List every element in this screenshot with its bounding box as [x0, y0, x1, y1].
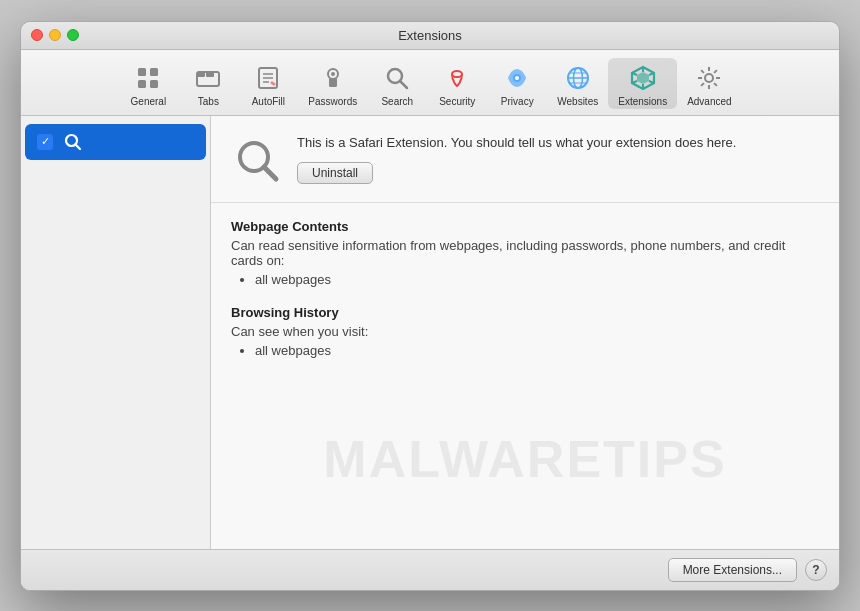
svg-rect-2 — [150, 68, 158, 76]
websites-icon — [562, 62, 594, 94]
extensions-main-panel: MALWARETIPS This is a Safari Extension. … — [211, 116, 839, 549]
toolbar-item-search[interactable]: Search — [367, 58, 427, 109]
toolbar-item-tabs[interactable]: Tabs — [178, 58, 238, 109]
browsing-history-list: all webpages — [231, 343, 819, 358]
extension-big-icon — [231, 134, 283, 186]
websites-label: Websites — [557, 96, 598, 107]
privacy-label: Privacy — [501, 96, 534, 107]
safari-preferences-window: Extensions General — [20, 21, 840, 591]
minimize-button[interactable] — [49, 29, 61, 41]
toolbar-item-security[interactable]: Security — [427, 58, 487, 109]
webpage-contents-desc: Can read sensitive information from webp… — [231, 238, 819, 268]
svg-rect-5 — [197, 72, 205, 77]
sidebar-item-search-ext[interactable]: ✓ — [25, 124, 206, 160]
svg-rect-0 — [138, 68, 146, 76]
extension-enabled-checkbox[interactable]: ✓ — [37, 134, 53, 150]
extension-info-text: This is a Safari Extension. You should t… — [297, 134, 819, 184]
tabs-icon — [192, 62, 224, 94]
permissions-section: Webpage Contents Can read sensitive info… — [211, 203, 839, 549]
content-area: ✓ MALWARETIPS — [21, 116, 839, 549]
svg-line-40 — [714, 70, 717, 73]
toolbar-item-general[interactable]: General — [118, 58, 178, 109]
svg-line-41 — [701, 83, 704, 86]
svg-line-38 — [701, 70, 704, 73]
permission-group-browsing-history: Browsing History Can see when you visit:… — [231, 305, 819, 358]
browsing-history-title: Browsing History — [231, 305, 819, 320]
autofill-label: AutoFill — [252, 96, 285, 107]
svg-point-16 — [452, 71, 462, 77]
svg-point-33 — [705, 74, 713, 82]
privacy-icon — [501, 62, 533, 94]
toolbar-items: General Tabs — [118, 58, 741, 109]
svg-point-13 — [331, 72, 335, 76]
webpage-contents-item: all webpages — [255, 272, 819, 287]
titlebar: Extensions — [21, 22, 839, 50]
maximize-button[interactable] — [67, 29, 79, 41]
toolbar-item-advanced[interactable]: Advanced — [677, 58, 741, 109]
help-button[interactable]: ? — [805, 559, 827, 581]
toolbar: General Tabs — [21, 50, 839, 116]
svg-line-43 — [76, 144, 81, 149]
svg-line-15 — [400, 81, 407, 88]
permission-group-webpage-contents: Webpage Contents Can read sensitive info… — [231, 219, 819, 287]
advanced-label: Advanced — [687, 96, 731, 107]
toolbar-item-autofill[interactable]: AutoFill — [238, 58, 298, 109]
toolbar-item-extensions[interactable]: Extensions — [608, 58, 677, 109]
more-extensions-button[interactable]: More Extensions... — [668, 558, 797, 582]
svg-line-39 — [714, 83, 717, 86]
general-icon — [132, 62, 164, 94]
general-label: General — [131, 96, 167, 107]
security-icon — [441, 62, 473, 94]
svg-rect-6 — [206, 72, 214, 77]
webpage-contents-title: Webpage Contents — [231, 219, 819, 234]
svg-line-45 — [264, 167, 276, 179]
close-button[interactable] — [31, 29, 43, 41]
svg-rect-1 — [138, 80, 146, 88]
svg-rect-12 — [329, 78, 337, 87]
svg-point-19 — [515, 76, 519, 80]
autofill-icon — [252, 62, 284, 94]
extensions-sidebar: ✓ — [21, 116, 211, 549]
footer: More Extensions... ? — [21, 549, 839, 590]
tabs-label: Tabs — [198, 96, 219, 107]
window-title: Extensions — [398, 28, 462, 43]
search-toolbar-icon — [381, 62, 413, 94]
extension-description: This is a Safari Extension. You should t… — [297, 134, 819, 152]
toolbar-item-passwords[interactable]: Passwords — [298, 58, 367, 109]
svg-marker-26 — [637, 72, 649, 84]
svg-rect-3 — [150, 80, 158, 88]
uninstall-button[interactable]: Uninstall — [297, 162, 373, 184]
passwords-label: Passwords — [308, 96, 357, 107]
search-label: Search — [381, 96, 413, 107]
webpage-contents-list: all webpages — [231, 272, 819, 287]
extensions-icon — [627, 62, 659, 94]
toolbar-item-privacy[interactable]: Privacy — [487, 58, 547, 109]
browsing-history-item: all webpages — [255, 343, 819, 358]
browsing-history-desc: Can see when you visit: — [231, 324, 819, 339]
security-label: Security — [439, 96, 475, 107]
extensions-label: Extensions — [618, 96, 667, 107]
passwords-icon — [317, 62, 349, 94]
checkmark-icon: ✓ — [41, 136, 50, 147]
advanced-icon — [693, 62, 725, 94]
extension-search-icon — [61, 130, 85, 154]
extension-info-section: This is a Safari Extension. You should t… — [211, 116, 839, 203]
window-controls — [31, 29, 79, 41]
toolbar-item-websites[interactable]: Websites — [547, 58, 608, 109]
